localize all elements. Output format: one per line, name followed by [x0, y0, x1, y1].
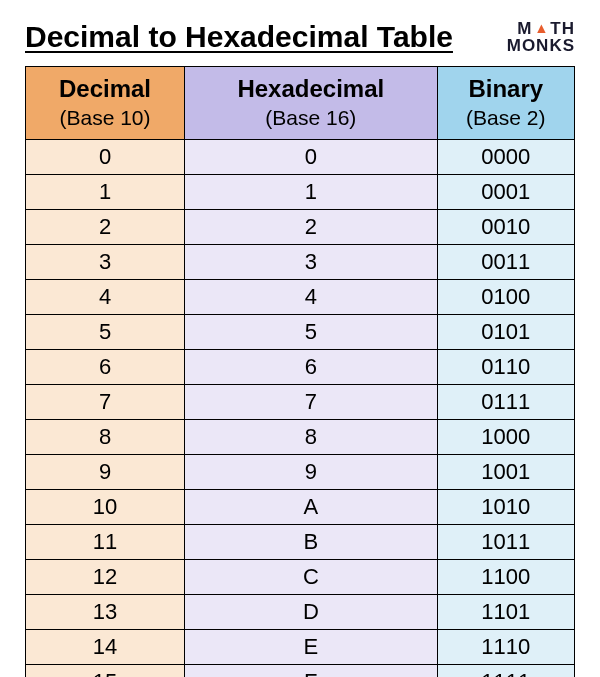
column-title: Decimal — [26, 73, 184, 104]
table-cell: 3 — [26, 245, 185, 280]
table-cell: 0100 — [437, 280, 574, 315]
table-cell: 6 — [26, 350, 185, 385]
table-row: 11B1011 — [26, 525, 575, 560]
table-cell: 0011 — [437, 245, 574, 280]
column-header-decimal: Decimal (Base 10) — [26, 67, 185, 140]
table-cell: F — [185, 665, 438, 677]
column-subtitle: (Base 16) — [185, 104, 437, 131]
table-cell: 10 — [26, 490, 185, 525]
column-header-hexadecimal: Hexadecimal (Base 16) — [185, 67, 438, 140]
table-cell: 1011 — [437, 525, 574, 560]
table-cell: B — [185, 525, 438, 560]
table-cell: 13 — [26, 595, 185, 630]
table-cell: 0000 — [437, 140, 574, 175]
table-cell: 9 — [26, 455, 185, 490]
table-cell: 0111 — [437, 385, 574, 420]
table-row: 220010 — [26, 210, 575, 245]
table-cell: 2 — [26, 210, 185, 245]
column-title: Hexadecimal — [185, 73, 437, 104]
table-row: 550101 — [26, 315, 575, 350]
logo-line2: MONKS — [507, 37, 575, 54]
column-title: Binary — [438, 73, 574, 104]
table-cell: 1 — [185, 175, 438, 210]
table-cell: 1110 — [437, 630, 574, 665]
conversion-table: Decimal (Base 10) Hexadecimal (Base 16) … — [25, 66, 575, 677]
table-cell: 1010 — [437, 490, 574, 525]
column-subtitle: (Base 2) — [438, 104, 574, 131]
table-cell: 1101 — [437, 595, 574, 630]
table-cell: 9 — [185, 455, 438, 490]
table-cell: 5 — [26, 315, 185, 350]
table-row: 660110 — [26, 350, 575, 385]
table-cell: 1111 — [437, 665, 574, 677]
page-title: Decimal to Hexadecimal Table — [25, 20, 453, 54]
table-row: 000000 — [26, 140, 575, 175]
table-cell: 8 — [185, 420, 438, 455]
table-cell: 2 — [185, 210, 438, 245]
header: Decimal to Hexadecimal Table M▲TH MONKS — [25, 20, 575, 54]
table-row: 330011 — [26, 245, 575, 280]
table-cell: 14 — [26, 630, 185, 665]
table-cell: 4 — [26, 280, 185, 315]
table-cell: 1000 — [437, 420, 574, 455]
table-row: 15F1111 — [26, 665, 575, 677]
table-cell: 3 — [185, 245, 438, 280]
table-body: 0000001100012200103300114401005501016601… — [26, 140, 575, 677]
table-cell: 1001 — [437, 455, 574, 490]
table-cell: 4 — [185, 280, 438, 315]
table-cell: 0 — [26, 140, 185, 175]
table-row: 12C1100 — [26, 560, 575, 595]
table-cell: 0101 — [437, 315, 574, 350]
table-cell: 7 — [26, 385, 185, 420]
table-cell: 1 — [26, 175, 185, 210]
table-cell: 7 — [185, 385, 438, 420]
table-row: 13D1101 — [26, 595, 575, 630]
table-cell: C — [185, 560, 438, 595]
column-subtitle: (Base 10) — [26, 104, 184, 131]
table-header-row: Decimal (Base 10) Hexadecimal (Base 16) … — [26, 67, 575, 140]
table-row: 110001 — [26, 175, 575, 210]
table-cell: 12 — [26, 560, 185, 595]
table-cell: E — [185, 630, 438, 665]
table-row: 440100 — [26, 280, 575, 315]
table-cell: 0010 — [437, 210, 574, 245]
table-cell: 15 — [26, 665, 185, 677]
table-cell: 8 — [26, 420, 185, 455]
table-cell: 0110 — [437, 350, 574, 385]
logo-triangle-icon: ▲ — [534, 21, 549, 35]
logo: M▲TH MONKS — [507, 20, 575, 54]
table-cell: 1100 — [437, 560, 574, 595]
table-row: 991001 — [26, 455, 575, 490]
table-cell: 11 — [26, 525, 185, 560]
table-row: 10A1010 — [26, 490, 575, 525]
table-cell: 0 — [185, 140, 438, 175]
table-row: 770111 — [26, 385, 575, 420]
column-header-binary: Binary (Base 2) — [437, 67, 574, 140]
table-cell: D — [185, 595, 438, 630]
table-cell: 0001 — [437, 175, 574, 210]
table-cell: 5 — [185, 315, 438, 350]
table-cell: 6 — [185, 350, 438, 385]
table-cell: A — [185, 490, 438, 525]
table-row: 14E1110 — [26, 630, 575, 665]
table-row: 881000 — [26, 420, 575, 455]
